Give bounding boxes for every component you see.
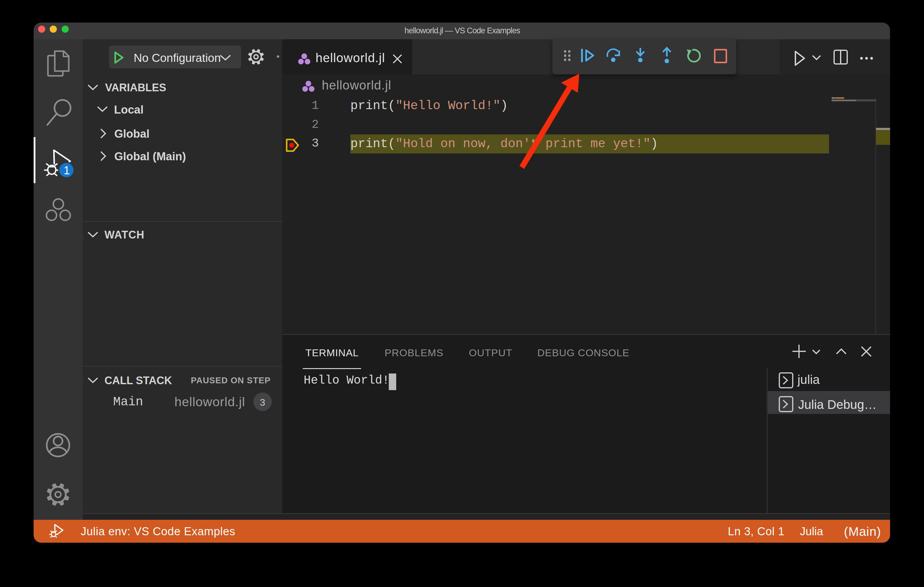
svg-text:1: 1 [63,164,70,177]
